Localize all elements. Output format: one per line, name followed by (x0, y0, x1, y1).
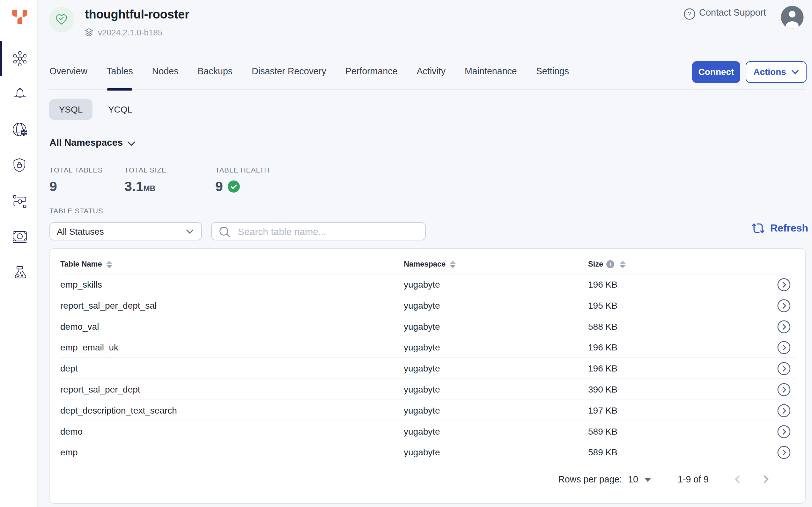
svg-text:?: ? (688, 10, 692, 17)
svg-text:i: i (609, 261, 611, 268)
